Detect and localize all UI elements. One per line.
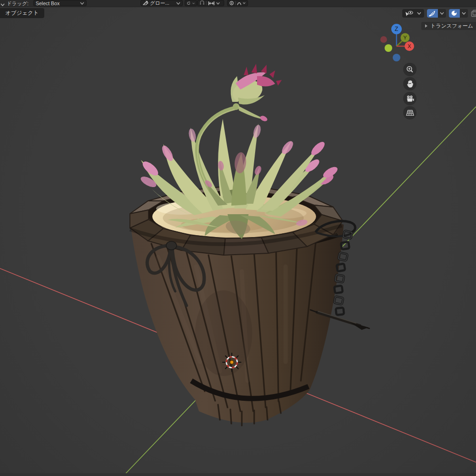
bottom-edge — [0, 473, 476, 476]
axis-neg-x-ball[interactable] — [380, 36, 387, 43]
divider — [235, 1, 236, 5]
chevron-down-icon[interactable] — [462, 11, 466, 15]
divider — [206, 1, 207, 5]
transform-orientation-dropdown[interactable]: グロー... — [140, 0, 183, 6]
gizmo-icon — [429, 10, 436, 17]
chevron-down-icon — [417, 11, 421, 15]
chevron-down-icon — [216, 1, 220, 5]
snap-target-icon — [208, 1, 215, 6]
zoom-icon — [406, 66, 414, 73]
proportional-editing-controls[interactable] — [227, 0, 248, 6]
snap-magnet-icon[interactable] — [199, 0, 205, 6]
chevron-down-icon[interactable] — [440, 11, 444, 15]
chevron-down-icon — [176, 1, 180, 5]
expand-arrow-icon — [425, 24, 428, 28]
proportional-falloff-icon — [237, 1, 241, 6]
camera-view-button[interactable] — [403, 92, 416, 105]
active-tool-dropdown[interactable]: Select Box — [33, 0, 87, 6]
drag-label: ドラッグ: — [7, 0, 29, 7]
transform-orientation-icon — [143, 0, 149, 6]
axis-neg-z-ball[interactable] — [393, 54, 400, 61]
object-visibility-dropdown[interactable] — [402, 9, 424, 18]
snap-controls[interactable] — [197, 0, 224, 6]
overlays-icon — [451, 10, 458, 17]
proportional-editing-icon[interactable] — [229, 0, 234, 6]
chevron-down-icon — [80, 1, 84, 5]
axis-x-label: X — [407, 43, 411, 49]
chevron-down-icon — [243, 1, 246, 5]
pivot-point-icon — [187, 0, 191, 6]
orientation-label: グロー... — [150, 0, 169, 7]
active-tool-label: Select Box — [36, 0, 60, 6]
perspective-grid-icon — [406, 109, 414, 116]
show-gizmos-toggle[interactable] — [427, 9, 446, 18]
axis-navigation-gizmo[interactable]: Z Y X — [375, 21, 419, 65]
mode-label: オブジェクト — [5, 10, 39, 16]
visibility-pointer-eye-icon — [405, 10, 413, 17]
show-overlays-toggle[interactable] — [449, 9, 468, 18]
3d-cursor — [222, 353, 241, 372]
blender-3d-viewport: ドラッグ: Select Box グロー... — [0, 0, 476, 476]
sidebar-transform-tab[interactable]: トランスフォーム — [421, 22, 476, 30]
hand-icon — [407, 80, 414, 88]
toggle-xray-icon[interactable] — [471, 10, 476, 17]
tool-settings-bar: ドラッグ: Select Box グロー... — [0, 0, 476, 7]
flower-bud[interactable] — [230, 64, 282, 122]
axis-neg-y-ball[interactable] — [385, 44, 392, 52]
mode-label-tab[interactable]: オブジェクト — [0, 8, 44, 18]
sidebar-tab-label: トランスフォーム — [430, 22, 473, 30]
camera-icon — [406, 95, 414, 102]
pivot-point-dropdown[interactable] — [185, 0, 197, 6]
zoom-button[interactable] — [403, 63, 416, 76]
axis-y-label: Y — [403, 35, 407, 40]
viewport-header-toggles — [402, 9, 476, 18]
chevron-down-icon[interactable] — [0, 1, 5, 8]
chevron-down-icon — [192, 1, 195, 5]
toggle-perspective-button[interactable] — [403, 106, 416, 119]
pan-button[interactable] — [403, 77, 416, 90]
axis-z-label: Z — [395, 26, 398, 32]
